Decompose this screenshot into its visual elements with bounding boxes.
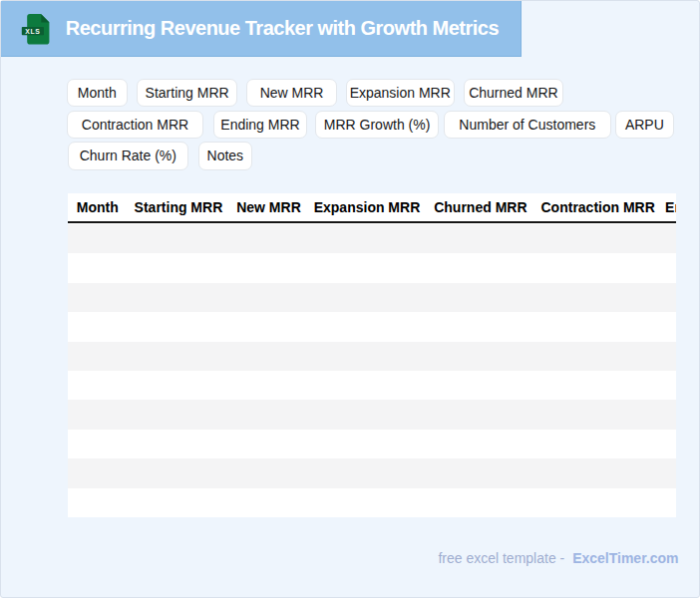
svg-text:XLS: XLS	[25, 28, 40, 35]
